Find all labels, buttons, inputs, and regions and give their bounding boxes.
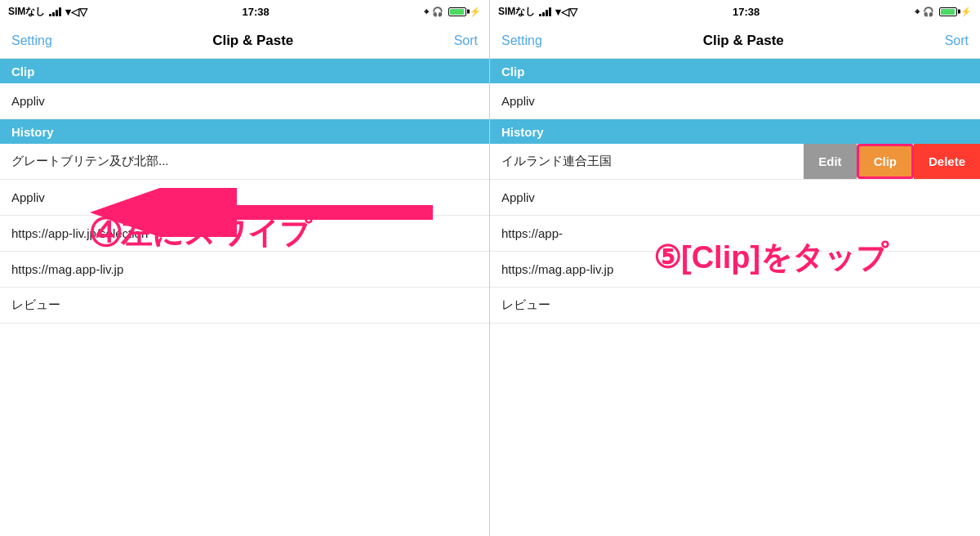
delete-action-button[interactable]: Delete (914, 144, 980, 179)
right-setting-button[interactable]: Setting (501, 34, 542, 48)
left-location-icon: ⌖ (424, 7, 429, 17)
left-clip-item-0-text: Appliv (11, 94, 45, 108)
left-sort-button[interactable]: Sort (454, 34, 478, 48)
swipe-action-buttons[interactable]: Edit Clip Delete (804, 144, 980, 179)
right-wifi-icon: ▾◁▽ (555, 6, 577, 18)
left-status-bar: SIMなし ▾◁▽ 17:38 ⌖ 🎧 ⚡ (0, 0, 489, 23)
right-history-item-1-text: Appliv (501, 190, 535, 204)
right-clip-section-header: Clip (490, 59, 980, 83)
right-status-bar: SIMなし ▾◁▽ 17:38 ⌖ 🎧 ⚡ (490, 0, 980, 23)
right-sort-button[interactable]: Sort (945, 34, 969, 48)
left-history-item-2[interactable]: https://app-liv.jp/selection (0, 216, 489, 252)
left-clip-item-0[interactable]: Appliv (0, 83, 489, 119)
right-status-left: SIMなし ▾◁▽ (498, 5, 577, 19)
right-clip-item-0[interactable]: Appliv (490, 83, 980, 119)
right-history-item-4[interactable]: レビュー (490, 288, 980, 324)
right-history-item-2[interactable]: https://app- (490, 216, 980, 252)
right-nav-bar: Setting Clip & Paste Sort (490, 23, 980, 59)
left-status-left: SIMなし ▾◁▽ (8, 5, 87, 19)
clip-action-button[interactable]: Clip (857, 144, 914, 179)
left-history-item-0-text: グレートブリテン及び北部... (11, 154, 169, 169)
left-charge-icon: ⚡ (470, 7, 481, 17)
right-history-item-3[interactable]: https://mag.app-liv.jp (490, 252, 980, 288)
left-wifi-icon: ▾◁▽ (65, 6, 87, 18)
right-time: 17:38 (733, 6, 760, 18)
right-charge-icon: ⚡ (960, 7, 972, 17)
left-history-item-1-text: Appliv (11, 190, 45, 204)
left-nav-title: Clip & Paste (212, 33, 293, 49)
right-history-item-4-text: レビュー (501, 297, 550, 313)
right-panel: SIMなし ▾◁▽ 17:38 ⌖ 🎧 ⚡ Setting Clip & Pas… (490, 0, 980, 536)
left-history-item-1[interactable]: Appliv (0, 180, 489, 216)
right-location-icon: ⌖ (915, 7, 920, 17)
left-history-item-3-text: https://mag.app-liv.jp (11, 262, 123, 276)
left-battery-icon (448, 7, 466, 16)
left-history-item-3[interactable]: https://mag.app-liv.jp (0, 252, 489, 288)
right-carrier: SIMなし (498, 5, 535, 19)
left-history-item-2-text: https://app-liv.jp/selection (11, 226, 148, 240)
right-history-item-3-text: https://mag.app-liv.jp (501, 262, 613, 276)
edit-action-button[interactable]: Edit (804, 144, 856, 179)
left-history-item-0[interactable]: グレートブリテン及び北部... (0, 144, 489, 180)
left-signal-icon (49, 7, 61, 16)
left-history-item-4[interactable]: レビュー (0, 288, 489, 324)
left-panel: SIMなし ▾◁▽ 17:38 ⌖ 🎧 ⚡ Setting Clip & Pas… (0, 0, 490, 536)
right-history-item-0[interactable]: イルランド連合王国 Edit Clip Delete (490, 144, 980, 180)
right-history-item-2-text: https://app- (501, 226, 563, 240)
right-status-right: ⌖ 🎧 ⚡ (915, 7, 972, 17)
right-battery-icon (939, 7, 957, 16)
left-status-right: ⌖ 🎧 ⚡ (424, 7, 481, 17)
left-clip-section-header: Clip (0, 59, 489, 83)
left-history-section-header: History (0, 119, 489, 144)
right-signal-icon (539, 7, 551, 16)
right-headphone-icon: 🎧 (923, 7, 934, 17)
right-history-item-0-text: イルランド連合王国 (501, 154, 612, 169)
left-time: 17:38 (243, 6, 270, 18)
left-carrier: SIMなし (8, 5, 45, 19)
left-history-item-4-text: レビュー (11, 297, 60, 313)
right-history-section-header: History (490, 119, 980, 144)
right-clip-item-0-text: Appliv (501, 94, 535, 108)
left-nav-bar: Setting Clip & Paste Sort (0, 23, 489, 59)
right-nav-title: Clip & Paste (703, 33, 784, 49)
left-headphone-icon: 🎧 (432, 7, 443, 17)
left-setting-button[interactable]: Setting (11, 34, 52, 48)
right-history-item-1[interactable]: Appliv (490, 180, 980, 216)
